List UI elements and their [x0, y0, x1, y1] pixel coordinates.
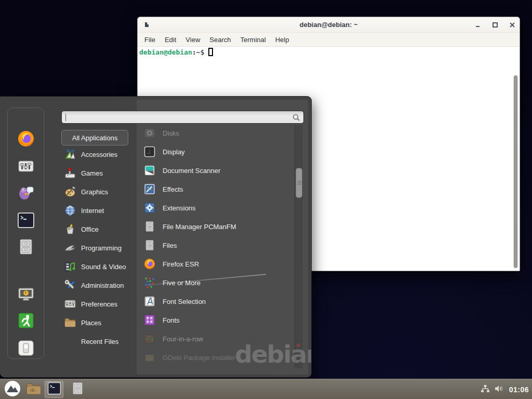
extensions-icon	[143, 202, 156, 214]
app-label: Disks	[163, 129, 179, 137]
all-applications-button[interactable]: All Applications	[61, 130, 128, 145]
app-label: Fonts	[163, 316, 180, 324]
taskbar: 01:06	[0, 379, 532, 399]
category-places[interactable]: Places	[61, 313, 137, 332]
category-label: Accessories	[81, 151, 117, 158]
watermark-red-dot	[297, 343, 300, 347]
file-manager-launcher[interactable]	[25, 381, 43, 398]
menu-search-input[interactable]	[61, 111, 304, 124]
app-display[interactable]: Display	[143, 142, 289, 161]
category-label: Programming	[81, 244, 122, 252]
prompt-user-host: debian@debian	[139, 48, 192, 56]
app-firefox-esr[interactable]: Firefox ESR	[143, 255, 289, 273]
search-icon	[292, 113, 300, 124]
favorites-column	[7, 108, 44, 359]
terminal-scrollbar[interactable]	[513, 75, 518, 268]
category-label: Graphics	[81, 188, 108, 196]
app-fonts[interactable]: Fonts	[143, 311, 289, 329]
disks-icon	[143, 127, 156, 139]
terminal-task-button[interactable]	[45, 381, 63, 398]
preferences-icon	[64, 298, 76, 310]
app-label: Four-in-a-row	[163, 335, 203, 343]
programming-icon	[64, 242, 76, 254]
category-internet[interactable]: Internet	[61, 201, 137, 220]
category-graphics[interactable]: Graphics	[61, 182, 137, 201]
terminal-titlebar[interactable]: debian@debian: ~	[138, 17, 520, 33]
close-button[interactable]	[509, 22, 516, 28]
terminal-icon	[17, 211, 35, 231]
gdebi-icon	[143, 351, 156, 364]
category-accessories[interactable]: Accessories	[61, 145, 137, 164]
category-games[interactable]: Games	[61, 164, 137, 182]
four-in-a-row-icon	[143, 332, 156, 345]
app-disks[interactable]: Disks	[143, 124, 289, 142]
menu-button[interactable]	[3, 381, 22, 398]
shell-prompt: debian@debian:~$	[139, 48, 213, 56]
menu-file[interactable]: File	[140, 36, 160, 44]
favorite-terminal[interactable]	[16, 211, 36, 232]
volume-icon[interactable]	[495, 384, 504, 395]
menu-help[interactable]: Help	[271, 36, 294, 44]
category-administration[interactable]: Administration	[61, 276, 137, 295]
internet-icon	[64, 204, 76, 217]
app-label: Effects	[163, 185, 183, 193]
app-list-scrollbar-thumb[interactable]	[296, 168, 302, 198]
lock-screen-icon	[17, 285, 35, 306]
category-label: Sound & Video	[81, 263, 126, 271]
menu-search[interactable]: Search	[205, 36, 235, 44]
favorite-lock-screen[interactable]	[16, 285, 36, 306]
menu-terminal[interactable]: Terminal	[236, 36, 271, 44]
clock[interactable]: 01:06	[509, 385, 529, 394]
network-icon[interactable]	[481, 384, 490, 395]
firefox-icon	[17, 129, 35, 150]
app-files[interactable]: Files	[143, 236, 289, 255]
firefox-icon	[143, 258, 156, 270]
graphics-icon	[64, 185, 76, 198]
terminal-scrollbar-thumb[interactable]	[514, 75, 517, 268]
category-label: Places	[81, 319, 101, 327]
file-cabinet-icon	[143, 220, 156, 233]
app-label: Font Selection	[163, 298, 206, 305]
category-label: Preferences	[81, 300, 117, 308]
app-effects[interactable]: Effects	[143, 180, 289, 198]
menu-view[interactable]: View	[181, 36, 205, 44]
category-label: Internet	[81, 207, 104, 215]
games-icon	[64, 167, 76, 179]
all-applications-label: All Applications	[72, 134, 117, 142]
app-label: Extensions	[163, 204, 196, 212]
app-label: Firefox ESR	[163, 260, 199, 268]
favorite-file-manager[interactable]	[16, 237, 36, 258]
category-recent-files[interactable]: Recent Files	[61, 332, 137, 351]
system-tray: 01:06	[481, 379, 529, 399]
application-menu: All Applications Accessories	[0, 96, 312, 378]
folder-icon	[26, 381, 42, 398]
favorite-logout[interactable]	[16, 311, 36, 332]
app-extensions[interactable]: Extensions	[143, 198, 289, 217]
app-label: Display	[163, 148, 185, 156]
app-label: Document Scanner	[163, 167, 220, 175]
app-document-scanner[interactable]: Document Scanner	[143, 161, 289, 180]
favorite-control-center[interactable]	[16, 157, 36, 178]
five-or-more-icon	[143, 276, 156, 289]
app-list-scrollbar[interactable]	[295, 125, 303, 368]
app-file-manager-pcmanfm[interactable]: File Manager PCManFM	[143, 217, 289, 236]
files-task-button[interactable]	[69, 381, 86, 398]
maximize-button[interactable]	[491, 22, 499, 28]
minimize-button[interactable]	[474, 22, 482, 28]
font-selection-icon	[143, 295, 156, 308]
favorite-shutdown[interactable]	[16, 339, 36, 360]
favorite-firefox[interactable]	[16, 129, 36, 150]
app-font-selection[interactable]: Font Selection	[143, 292, 289, 311]
sound-video-icon	[64, 260, 76, 273]
category-office[interactable]: Office	[61, 220, 137, 238]
start-menu-icon	[4, 380, 21, 399]
category-preferences[interactable]: Preferences	[61, 295, 137, 313]
control-center-icon	[17, 157, 35, 178]
favorite-pidgin[interactable]	[16, 183, 36, 204]
terminal-title: debian@debian: ~	[138, 17, 520, 33]
menu-edit[interactable]: Edit	[160, 36, 181, 44]
administration-icon	[64, 279, 76, 291]
category-programming[interactable]: Programming	[61, 238, 137, 257]
app-label: Files	[163, 242, 177, 249]
category-sound-video[interactable]: Sound & Video	[61, 257, 137, 276]
